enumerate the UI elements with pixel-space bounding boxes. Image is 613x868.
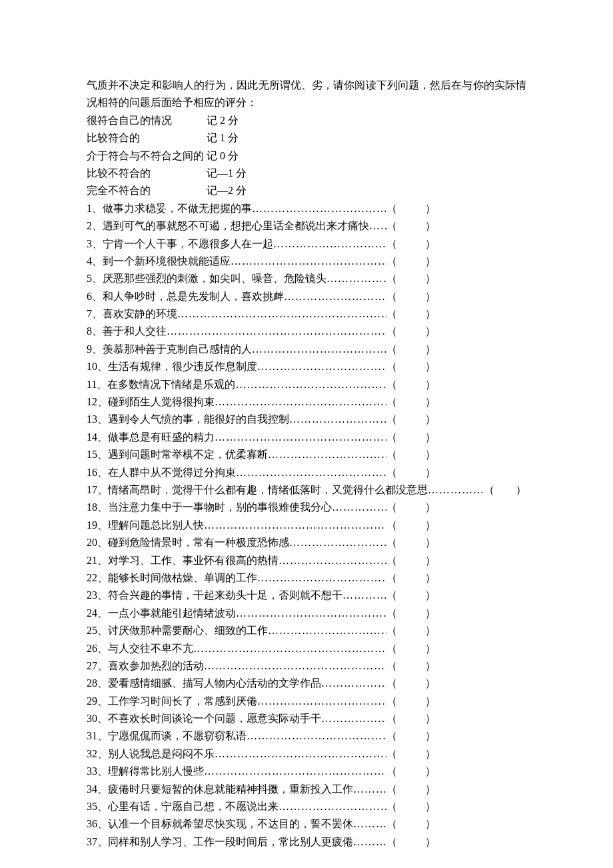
answer-blank-close[interactable]: ） bbox=[425, 376, 436, 393]
question-number: 35 bbox=[87, 798, 97, 815]
question-row: 15、遇到问题时常举棋不定，优柔寡断…………………………………………………………… bbox=[87, 446, 526, 463]
separator: 、 bbox=[97, 605, 108, 622]
intro-text: 气质并不决定和影响人的行为，因此无所谓优、劣，请你阅读下列问题，然后在与你的实际… bbox=[87, 77, 526, 112]
answer-blank-close[interactable]: ） bbox=[425, 341, 436, 358]
question-text: 别人说我总是闷闷不乐 bbox=[108, 745, 215, 763]
leader-dots: ……………………………………………………………………………… bbox=[204, 657, 386, 675]
answer-blank-open[interactable]: （ bbox=[386, 499, 397, 516]
answer-blank-close[interactable]: ） bbox=[425, 235, 436, 253]
question-row: 21、对学习、工作、事业怀有很高的热情………………………………………………………… bbox=[87, 552, 526, 569]
leader-dots: ……………………………………………………………………………… bbox=[257, 358, 386, 375]
answer-blank-open[interactable]: （ bbox=[386, 411, 397, 428]
answer-blank-open[interactable]: （ bbox=[386, 622, 397, 639]
answer-blank-close[interactable]: ） bbox=[425, 710, 436, 727]
answer-blank-open[interactable]: （ bbox=[386, 270, 397, 287]
answer-blank-open[interactable]: （ bbox=[386, 235, 397, 253]
answer-blank-open[interactable]: （ bbox=[386, 781, 397, 798]
answer-blank-open[interactable]: （ bbox=[386, 446, 397, 463]
answer-blank-close[interactable]: ） bbox=[425, 534, 436, 551]
answer-blank-open[interactable]: （ bbox=[386, 217, 397, 235]
answer-blank-open[interactable]: （ bbox=[386, 376, 397, 393]
answer-blank-close[interactable]: ） bbox=[425, 763, 436, 780]
answer-blank-close[interactable]: ） bbox=[425, 217, 436, 235]
answer-blank-close[interactable]: ） bbox=[425, 657, 436, 675]
leader-dots: ……………………………………………………………………………… bbox=[252, 341, 386, 358]
answer-blank-close[interactable]: ） bbox=[425, 569, 436, 587]
answer-blank-close[interactable]: ） bbox=[425, 253, 436, 270]
answer-blank-open[interactable]: （ bbox=[386, 745, 397, 763]
answer-blank-close[interactable]: ） bbox=[425, 815, 436, 833]
answer-blank-open[interactable]: （ bbox=[386, 358, 397, 375]
answer-blank-close[interactable]: ） bbox=[425, 622, 436, 639]
answer-blank-open[interactable]: （ bbox=[386, 393, 397, 411]
leader-dots: ……………………………………………………………………………… bbox=[353, 781, 386, 798]
answer-blank-open[interactable]: （ bbox=[386, 341, 397, 358]
answer-blank-close[interactable]: ） bbox=[425, 499, 436, 516]
scoring-row: 介于符合与不符合之间的记 0 分 bbox=[87, 147, 526, 165]
answer-blank-close[interactable]: ） bbox=[425, 798, 436, 815]
scoring-label: 完全不符合的 bbox=[87, 182, 207, 199]
answer-blank-open[interactable]: （ bbox=[386, 710, 397, 727]
answer-blank-close[interactable]: ） bbox=[425, 464, 436, 481]
question-row: 5、厌恶那些强烈的刺激，如尖叫、噪音、危险镜头……………………………………………… bbox=[87, 270, 526, 287]
answer-blank-open[interactable]: （ bbox=[386, 288, 397, 305]
separator: 、 bbox=[97, 693, 108, 710]
answer-blank-open[interactable]: （ bbox=[386, 253, 397, 270]
answer-blank-open[interactable]: （ bbox=[386, 323, 397, 340]
question-row: 7、喜欢安静的环境………………………………………………………………………………（… bbox=[87, 305, 526, 323]
answer-blank-open[interactable]: （ bbox=[386, 833, 397, 851]
question-text: 不喜欢长时间谈论一个问题，愿意实际动手干 bbox=[108, 710, 321, 727]
answer-blank-close[interactable]: ） bbox=[425, 833, 436, 851]
answer-blank-open[interactable]: （ bbox=[386, 815, 397, 833]
answer-blank-open[interactable]: （ bbox=[386, 587, 397, 604]
answer-blank-open[interactable]: （ bbox=[386, 605, 397, 622]
answer-blank-open[interactable]: （ bbox=[386, 569, 397, 587]
answer-blank-open[interactable]: （ bbox=[386, 200, 397, 217]
answer-blank-close[interactable]: ） bbox=[425, 640, 436, 657]
answer-blank-close[interactable]: ） bbox=[516, 481, 526, 499]
answer-blank-open[interactable]: （ bbox=[386, 693, 397, 710]
answer-blank-close[interactable]: ） bbox=[425, 552, 436, 569]
answer-blank-close[interactable]: ） bbox=[425, 693, 436, 710]
question-row: 17、情绪高昂时，觉得干什么都有趣，情绪低落时，又觉得什么都没意思…………………… bbox=[87, 481, 526, 499]
answer-blank-close[interactable]: ） bbox=[425, 605, 436, 622]
answer-blank-close[interactable]: ） bbox=[425, 393, 436, 411]
answer-blank-open[interactable]: （ bbox=[484, 481, 494, 499]
question-text: 遇到令人气愤的事，能很好的自我控制 bbox=[108, 411, 289, 428]
question-number: 20 bbox=[87, 534, 97, 551]
answer-blank-close[interactable]: ） bbox=[425, 323, 436, 340]
answer-blank-open[interactable]: （ bbox=[386, 305, 397, 323]
answer-blank-open[interactable]: （ bbox=[386, 640, 397, 657]
answer-blank-close[interactable]: ） bbox=[425, 305, 436, 323]
answer-blank-close[interactable]: ） bbox=[425, 411, 436, 428]
answer-blank-close[interactable]: ） bbox=[425, 429, 436, 446]
answer-blank-open[interactable]: （ bbox=[386, 429, 397, 446]
answer-blank-close[interactable]: ） bbox=[425, 200, 436, 217]
answer-blank-close[interactable]: ） bbox=[425, 517, 436, 534]
answer-blank-close[interactable]: ） bbox=[425, 745, 436, 763]
answer-blank-close[interactable]: ） bbox=[425, 288, 436, 305]
answer-blank-open[interactable]: （ bbox=[386, 464, 397, 481]
answer-blank-open[interactable]: （ bbox=[386, 517, 397, 534]
answer-blank-close[interactable]: ） bbox=[425, 727, 436, 745]
question-text: 喜欢参加热烈的活动 bbox=[108, 657, 204, 675]
answer-blank-open[interactable]: （ bbox=[386, 657, 397, 675]
separator: 、 bbox=[97, 393, 108, 411]
answer-blank-close[interactable]: ） bbox=[425, 675, 436, 692]
answer-blank-open[interactable]: （ bbox=[386, 534, 397, 551]
leader-dots: ……………………………………………………………………………… bbox=[257, 569, 386, 587]
answer-blank-open[interactable]: （ bbox=[386, 798, 397, 815]
answer-blank-open[interactable]: （ bbox=[386, 727, 397, 745]
question-number: 22 bbox=[87, 569, 97, 587]
separator: 、 bbox=[97, 464, 108, 481]
answer-blank-close[interactable]: ） bbox=[425, 587, 436, 604]
question-row: 19、理解问题总比别人快…………………………………………………………………………… bbox=[87, 517, 526, 534]
answer-blank-close[interactable]: ） bbox=[425, 358, 436, 375]
answer-blank-open[interactable]: （ bbox=[386, 675, 397, 692]
answer-blank-open[interactable]: （ bbox=[386, 552, 397, 569]
answer-blank-close[interactable]: ） bbox=[425, 270, 436, 287]
answer-blank-close[interactable]: ） bbox=[425, 781, 436, 798]
answer-blank-open[interactable]: （ bbox=[386, 763, 397, 780]
question-row: 8、善于和人交往………………………………………………………………………………（） bbox=[87, 323, 526, 340]
answer-blank-close[interactable]: ） bbox=[425, 446, 436, 463]
